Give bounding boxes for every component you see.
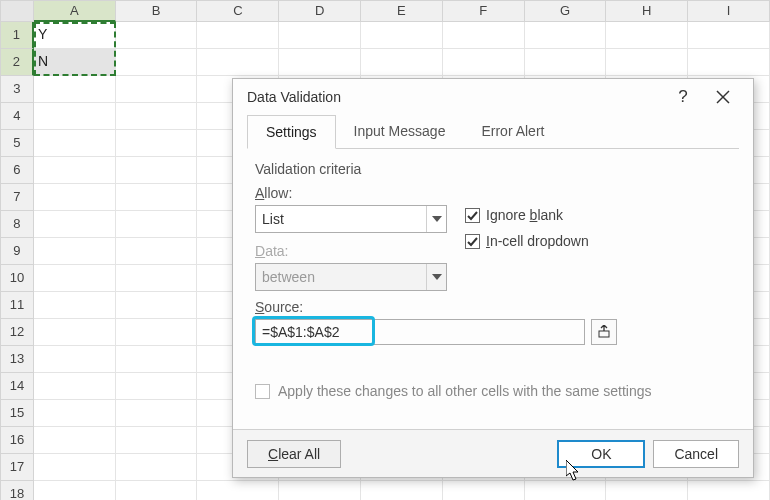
source-input[interactable]: =$A$1:$A$2 (255, 319, 585, 345)
row-header-17[interactable]: 17 (0, 454, 34, 481)
cell-A2[interactable]: N (34, 49, 116, 76)
cell-A6[interactable] (34, 157, 116, 184)
cell-E18[interactable] (361, 481, 443, 500)
cancel-button[interactable]: Cancel (653, 440, 739, 468)
help-icon[interactable]: ? (663, 82, 703, 112)
col-header-B[interactable]: B (116, 0, 198, 22)
cell-A1[interactable]: Y (34, 22, 116, 49)
cell-A7[interactable] (34, 184, 116, 211)
cell-B4[interactable] (116, 103, 198, 130)
col-header-C[interactable]: C (197, 0, 279, 22)
tab-input-message[interactable]: Input Message (336, 115, 464, 148)
clear-all-button[interactable]: Clear All (247, 440, 341, 468)
cell-C2[interactable] (197, 49, 279, 76)
cell-H2[interactable] (606, 49, 688, 76)
tab-settings[interactable]: Settings (247, 115, 336, 149)
cell-A16[interactable] (34, 427, 116, 454)
cell-G18[interactable] (525, 481, 607, 500)
row-header-1[interactable]: 1 (0, 22, 34, 49)
row-header-4[interactable]: 4 (0, 103, 34, 130)
row-header-13[interactable]: 13 (0, 346, 34, 373)
row-header-15[interactable]: 15 (0, 400, 34, 427)
tab-error-alert[interactable]: Error Alert (463, 115, 562, 148)
row-header-12[interactable]: 12 (0, 319, 34, 346)
cell-H1[interactable] (606, 22, 688, 49)
cell-A15[interactable] (34, 400, 116, 427)
cell-D2[interactable] (279, 49, 361, 76)
row-header-8[interactable]: 8 (0, 211, 34, 238)
row-header-2[interactable]: 2 (0, 49, 34, 76)
cell-B6[interactable] (116, 157, 198, 184)
col-header-H[interactable]: H (606, 0, 688, 22)
col-header-A[interactable]: A (34, 0, 116, 22)
cell-A9[interactable] (34, 238, 116, 265)
cell-G1[interactable] (525, 22, 607, 49)
cell-F2[interactable] (443, 49, 525, 76)
cell-A4[interactable] (34, 103, 116, 130)
cell-E2[interactable] (361, 49, 443, 76)
cell-A10[interactable] (34, 265, 116, 292)
cell-G2[interactable] (525, 49, 607, 76)
close-icon[interactable] (703, 82, 743, 112)
allow-select[interactable]: List (255, 205, 447, 233)
col-header-E[interactable]: E (361, 0, 443, 22)
ok-button[interactable]: OK (557, 440, 645, 468)
cell-I2[interactable] (688, 49, 770, 76)
cell-B8[interactable] (116, 211, 198, 238)
cell-B11[interactable] (116, 292, 198, 319)
col-header-I[interactable]: I (688, 0, 770, 22)
cell-D18[interactable] (279, 481, 361, 500)
cell-C18[interactable] (197, 481, 279, 500)
row-header-11[interactable]: 11 (0, 292, 34, 319)
select-all-corner[interactable] (0, 0, 34, 22)
cell-B3[interactable] (116, 76, 198, 103)
row-header-16[interactable]: 16 (0, 427, 34, 454)
cell-A14[interactable] (34, 373, 116, 400)
cell-A11[interactable] (34, 292, 116, 319)
row-header-3[interactable]: 3 (0, 76, 34, 103)
cell-A13[interactable] (34, 346, 116, 373)
cell-B10[interactable] (116, 265, 198, 292)
row-header-18[interactable]: 18 (0, 481, 34, 500)
cell-A8[interactable] (34, 211, 116, 238)
cell-A18[interactable] (34, 481, 116, 500)
col-header-G[interactable]: G (525, 0, 607, 22)
row-header-7[interactable]: 7 (0, 184, 34, 211)
row-header-10[interactable]: 10 (0, 265, 34, 292)
cell-A3[interactable] (34, 76, 116, 103)
cell-B7[interactable] (116, 184, 198, 211)
cell-I18[interactable] (688, 481, 770, 500)
cell-C1[interactable] (197, 22, 279, 49)
range-picker-button[interactable] (591, 319, 617, 345)
cell-B16[interactable] (116, 427, 198, 454)
row-header-9[interactable]: 9 (0, 238, 34, 265)
cell-B12[interactable] (116, 319, 198, 346)
cell-B2[interactable] (116, 49, 198, 76)
cell-B1[interactable] (116, 22, 198, 49)
incell-dropdown-checkbox[interactable]: In-cell dropdown (465, 233, 589, 249)
row-header-14[interactable]: 14 (0, 373, 34, 400)
cell-B9[interactable] (116, 238, 198, 265)
col-header-D[interactable]: D (279, 0, 361, 22)
cell-E1[interactable] (361, 22, 443, 49)
svg-marker-2 (432, 216, 442, 222)
cell-A17[interactable] (34, 454, 116, 481)
cell-F1[interactable] (443, 22, 525, 49)
cell-I1[interactable] (688, 22, 770, 49)
cell-B13[interactable] (116, 346, 198, 373)
cell-D1[interactable] (279, 22, 361, 49)
cell-F18[interactable] (443, 481, 525, 500)
cell-B14[interactable] (116, 373, 198, 400)
cell-B15[interactable] (116, 400, 198, 427)
cell-B5[interactable] (116, 130, 198, 157)
cell-A5[interactable] (34, 130, 116, 157)
checkbox-checked-icon (465, 208, 480, 223)
col-header-F[interactable]: F (443, 0, 525, 22)
row-header-5[interactable]: 5 (0, 130, 34, 157)
cell-A12[interactable] (34, 319, 116, 346)
row-header-6[interactable]: 6 (0, 157, 34, 184)
cell-B17[interactable] (116, 454, 198, 481)
ignore-blank-checkbox[interactable]: Ignore blank (465, 207, 589, 223)
cell-H18[interactable] (606, 481, 688, 500)
cell-B18[interactable] (116, 481, 198, 500)
